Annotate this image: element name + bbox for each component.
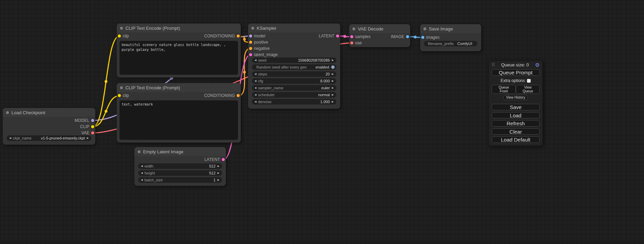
wire-midpoint-dot[interactable] bbox=[243, 38, 246, 41]
increment-arrow-icon[interactable]: ▶ bbox=[217, 172, 220, 174]
increment-arrow-icon[interactable]: ▶ bbox=[331, 80, 335, 82]
drag-handle-icon[interactable]: ⠿ bbox=[492, 62, 495, 67]
increment-arrow-icon[interactable]: ▶ bbox=[331, 59, 335, 62]
wire-midpoint-dot[interactable] bbox=[414, 36, 417, 38]
decrement-arrow-icon[interactable]: ◀ bbox=[140, 172, 144, 174]
node-title-bar[interactable]: Empty Latent Image bbox=[134, 147, 226, 156]
decrement-arrow-icon[interactable]: ◀ bbox=[254, 73, 257, 75]
widget-ckpt-name[interactable]: ◀ ckpt_name v1-5-pruned-emaonly.ckpt ▶ bbox=[7, 135, 91, 141]
decrement-arrow-icon[interactable]: ◀ bbox=[8, 137, 12, 139]
node-title-bar[interactable]: KSampler bbox=[248, 24, 340, 33]
collapse-dot-icon[interactable] bbox=[251, 27, 254, 30]
extra-options-checkbox[interactable] bbox=[527, 79, 531, 83]
collapse-dot-icon[interactable] bbox=[423, 27, 426, 30]
node-load-checkpoint[interactable]: Load Checkpoint MODEL CLIP VAE ◀ ckpt_na… bbox=[3, 108, 95, 145]
increment-arrow-icon[interactable]: ▶ bbox=[86, 137, 90, 139]
decrement-arrow-icon[interactable]: ◀ bbox=[254, 100, 257, 103]
collapse-dot-icon[interactable] bbox=[6, 111, 9, 114]
slot-row[interactable]: model LATENT bbox=[248, 33, 340, 39]
node-title-bar[interactable]: Load Checkpoint bbox=[3, 108, 95, 117]
decrement-arrow-icon[interactable]: ◀ bbox=[140, 179, 144, 181]
queue-prompt-button[interactable]: Queue Prompt bbox=[492, 69, 540, 76]
input-port-clip-icon[interactable] bbox=[118, 94, 121, 97]
wire-midpoint-dot[interactable] bbox=[105, 80, 107, 83]
decrement-arrow-icon[interactable]: ◀ bbox=[254, 59, 257, 62]
output-port-latent-icon[interactable] bbox=[222, 158, 225, 161]
decrement-arrow-icon[interactable]: ◀ bbox=[254, 93, 257, 96]
wire-midpoint-dot[interactable] bbox=[105, 110, 107, 113]
wire-midpoint-dot[interactable] bbox=[243, 71, 246, 74]
slot-row[interactable]: samples IMAGE bbox=[349, 34, 410, 40]
node-title-bar[interactable]: CLIP Text Encode (Prompt) bbox=[117, 24, 241, 33]
increment-arrow-icon[interactable]: ▶ bbox=[217, 179, 220, 181]
graph-canvas[interactable]: Load Checkpoint MODEL CLIP VAE ◀ ckpt_na… bbox=[0, 0, 644, 244]
widget-scheduler[interactable]: ◀ scheduler normal ▶ bbox=[252, 92, 336, 98]
widget-width[interactable]: ◀ width 512 ▶ bbox=[138, 163, 222, 169]
widget-seed[interactable]: ◀ seed 156680208700286 ▶ bbox=[252, 57, 336, 63]
output-port-latent-icon[interactable] bbox=[336, 35, 339, 38]
widget-random-seed-toggle[interactable]: Random seed after every gen enabled bbox=[252, 64, 336, 70]
collapse-dot-icon[interactable] bbox=[120, 27, 123, 30]
node-empty-latent-image[interactable]: Empty Latent Image LATENT ◀ width 512 ▶ … bbox=[134, 147, 226, 186]
node-title-bar[interactable]: VAE Decode bbox=[349, 24, 410, 33]
output-port-conditioning-icon[interactable] bbox=[237, 94, 240, 97]
widget-denoise[interactable]: ◀ denoise 1.000 ▶ bbox=[252, 99, 336, 105]
output-port-image-icon[interactable] bbox=[406, 35, 409, 38]
widget-height[interactable]: ◀ height 512 ▶ bbox=[138, 170, 222, 176]
decrement-arrow-icon[interactable]: ◀ bbox=[140, 165, 144, 168]
output-slot-latent[interactable]: LATENT bbox=[134, 156, 226, 163]
increment-arrow-icon[interactable]: ▶ bbox=[331, 87, 335, 89]
input-port-samples-icon[interactable] bbox=[350, 35, 353, 38]
node-clip-text-encode-negative[interactable]: CLIP Text Encode (Prompt) clip CONDITION… bbox=[117, 83, 241, 143]
view-queue-button[interactable]: View Queue bbox=[516, 85, 540, 94]
output-slot-clip[interactable]: CLIP bbox=[3, 124, 95, 130]
decrement-arrow-icon[interactable]: ◀ bbox=[254, 80, 257, 82]
node-vae-decode[interactable]: VAE Decode samples IMAGE vae bbox=[349, 24, 410, 47]
input-slot-negative[interactable]: negative bbox=[248, 45, 340, 52]
increment-arrow-icon[interactable]: ▶ bbox=[331, 73, 335, 75]
queue-front-button[interactable]: Queue Front bbox=[492, 85, 516, 94]
input-port-clip-icon[interactable] bbox=[118, 35, 121, 38]
increment-arrow-icon[interactable]: ▶ bbox=[331, 100, 335, 103]
wire-midpoint-dot[interactable] bbox=[343, 35, 346, 38]
input-slot-positive[interactable]: positive bbox=[248, 39, 340, 45]
input-port-negative-icon[interactable] bbox=[249, 47, 252, 50]
node-save-image[interactable]: Save Image images filename_prefix ComfyU… bbox=[420, 24, 481, 51]
node-title-bar[interactable]: CLIP Text Encode (Prompt) bbox=[117, 83, 241, 92]
increment-arrow-icon[interactable]: ▶ bbox=[331, 93, 335, 96]
output-slot-model[interactable]: MODEL bbox=[3, 117, 95, 124]
output-port-model-icon[interactable] bbox=[91, 119, 94, 122]
toggle-dot-icon[interactable] bbox=[331, 65, 335, 69]
collapse-dot-icon[interactable] bbox=[138, 150, 141, 153]
output-port-conditioning-icon[interactable] bbox=[237, 35, 240, 38]
input-port-latent-image-icon[interactable] bbox=[249, 53, 252, 56]
input-port-positive-icon[interactable] bbox=[249, 41, 252, 44]
input-slot-images[interactable]: images bbox=[420, 34, 481, 40]
widget-steps[interactable]: ◀ steps 20 ▶ bbox=[252, 71, 336, 77]
input-slot-latent-image[interactable]: latent_image bbox=[248, 52, 340, 58]
input-port-vae-icon[interactable] bbox=[350, 42, 353, 45]
refresh-button[interactable]: Refresh bbox=[492, 120, 540, 127]
load-button[interactable]: Load bbox=[492, 112, 540, 119]
input-slot-vae[interactable]: vae bbox=[349, 40, 410, 46]
widget-sampler-name[interactable]: ◀ sampler_name euler ▶ bbox=[252, 85, 336, 91]
decrement-arrow-icon[interactable]: ◀ bbox=[254, 87, 257, 89]
input-port-images-icon[interactable] bbox=[421, 36, 424, 39]
clear-button[interactable]: Clear bbox=[492, 128, 540, 135]
output-port-vae-icon[interactable] bbox=[91, 132, 94, 135]
widget-filename-prefix[interactable]: filename_prefix ComfyUI bbox=[424, 41, 477, 46]
prompt-textarea[interactable]: text, watermark bbox=[120, 100, 238, 140]
node-title-bar[interactable]: Save Image bbox=[420, 24, 481, 33]
collapse-dot-icon[interactable] bbox=[352, 27, 355, 30]
slot-row[interactable]: clip CONDITIONING bbox=[117, 92, 241, 99]
save-button[interactable]: Save bbox=[492, 104, 540, 110]
collapse-dot-icon[interactable] bbox=[120, 86, 123, 89]
increment-arrow-icon[interactable]: ▶ bbox=[217, 165, 220, 168]
load-default-button[interactable]: Load Default bbox=[492, 136, 540, 143]
node-clip-text-encode-positive[interactable]: CLIP Text Encode (Prompt) clip CONDITION… bbox=[117, 24, 241, 78]
prompt-textarea[interactable]: beautiful scenery nature glass bottle la… bbox=[120, 41, 238, 75]
node-ksampler[interactable]: KSampler model LATENT positive negative … bbox=[248, 24, 340, 109]
view-history-button[interactable]: View History bbox=[503, 95, 528, 100]
input-port-model-icon[interactable] bbox=[249, 35, 252, 38]
output-port-clip-icon[interactable] bbox=[91, 125, 94, 128]
